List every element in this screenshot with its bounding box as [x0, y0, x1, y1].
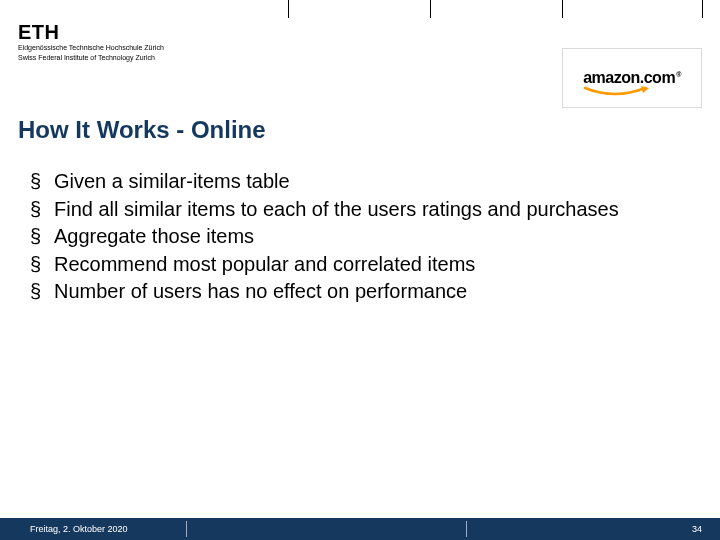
amazon-logo: amazon.com®: [583, 69, 681, 87]
amazon-logo-box: amazon.com®: [562, 48, 702, 108]
bullet-list: Given a similar-items table Find all sim…: [30, 168, 690, 306]
amazon-smile-icon: [583, 86, 653, 100]
list-item: Find all similar items to each of the us…: [30, 196, 690, 224]
list-item: Aggregate those items: [30, 223, 690, 251]
eth-logo-sub1: Eidgenössische Technische Hochschule Zür…: [18, 44, 164, 52]
footer-page-number: 34: [692, 524, 702, 534]
footer-bar: Freitag, 2. Oktober 2020 34: [0, 518, 720, 540]
eth-logo: ETH Eidgenössische Technische Hochschule…: [18, 22, 164, 63]
eth-logo-main: ETH: [18, 22, 164, 42]
list-item: Recommend most popular and correlated it…: [30, 251, 690, 279]
slide-title: How It Works - Online: [18, 116, 266, 144]
footer-date: Freitag, 2. Oktober 2020: [0, 524, 128, 534]
content-area: Given a similar-items table Find all sim…: [30, 168, 690, 306]
amazon-logo-text: amazon.com®: [583, 69, 681, 86]
list-item: Given a similar-items table: [30, 168, 690, 196]
eth-logo-sub2: Swiss Federal Institute of Technology Zu…: [18, 54, 164, 62]
list-item: Number of users has no effect on perform…: [30, 278, 690, 306]
footer-divider: [466, 521, 467, 537]
top-divider-lines: [0, 0, 720, 18]
footer-divider: [186, 521, 187, 537]
